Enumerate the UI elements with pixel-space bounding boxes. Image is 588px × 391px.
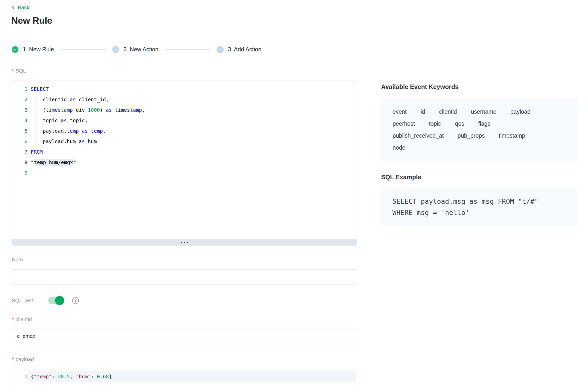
code-text: "temp_hum/emqx" xyxy=(31,159,76,165)
sql-editor-lines: 1SELECT2 clientid as client_id,3 (timest… xyxy=(12,84,357,178)
line-number: 1 xyxy=(12,84,27,94)
code-text: clientid as client_id, xyxy=(31,97,109,102)
sql-field-label: * SQL xyxy=(12,68,26,74)
line-number: 3 xyxy=(12,105,27,115)
code-line[interactable]: 9 xyxy=(12,168,357,178)
code-text: payload.hum as hum xyxy=(31,138,97,144)
line-number: 5 xyxy=(12,126,27,136)
chevron-left-icon xyxy=(11,5,15,10)
code-line[interactable]: 4 topic as topic, xyxy=(12,115,357,126)
keyword-row: peerhosttopicqosflags xyxy=(393,120,571,132)
keyword-row: eventidclientidusernamepayload xyxy=(393,108,571,120)
step-label: 2. New Action xyxy=(123,46,158,53)
event-keyword: node xyxy=(393,144,405,151)
event-keyword: timestamp xyxy=(499,132,525,139)
code-text: (timestamp div 1000) as timestamp, xyxy=(31,107,145,113)
clientid-input[interactable] xyxy=(12,328,357,344)
event-keyword: peerhost xyxy=(393,120,415,127)
code-line[interactable]: 8"temp_hum/emqx" xyxy=(12,157,357,168)
step-todo-check-icon xyxy=(217,46,224,53)
step-done-check-icon xyxy=(12,46,18,53)
code-line[interactable]: 5 payload.temp as temp, xyxy=(12,126,357,136)
note-input[interactable] xyxy=(12,269,357,285)
help-icon[interactable]: ? xyxy=(72,297,79,304)
event-keyword: flags xyxy=(478,120,490,127)
line-number: 1 xyxy=(12,371,27,382)
code-text: {"temp": 28.5, "hum": 0.68} xyxy=(31,374,112,380)
line-number: 4 xyxy=(12,115,27,126)
event-keyword: topic xyxy=(429,120,441,127)
sql-test-toggle[interactable] xyxy=(48,297,64,304)
line-number: 8 xyxy=(12,157,27,168)
sql-test-row: SQL Test: ? xyxy=(12,296,79,305)
code-line[interactable]: 1{"temp": 28.5, "hum": 0.68} xyxy=(12,371,357,382)
line-number: 6 xyxy=(12,136,27,147)
line-number: 7 xyxy=(12,147,27,157)
step-connector xyxy=(165,49,210,50)
event-keyword: payload xyxy=(510,108,531,115)
event-keyword: publish_received_at xyxy=(393,132,444,139)
code-text: FROM xyxy=(31,149,43,155)
line-number: 9 xyxy=(12,168,27,178)
note-field-label: Note xyxy=(12,257,23,263)
step-connector xyxy=(60,49,106,50)
code-line[interactable]: 1SELECT xyxy=(12,84,357,94)
resize-dots-icon xyxy=(184,242,185,243)
code-text: SELECT xyxy=(31,86,49,92)
resize-dots-icon xyxy=(187,242,188,243)
sql-code-editor[interactable]: 1SELECT2 clientid as client_id,3 (timest… xyxy=(12,81,357,246)
step-todo-check-icon xyxy=(112,46,119,53)
step-label: 1. New Rule xyxy=(23,46,54,53)
code-text: payload.temp as temp, xyxy=(31,128,106,134)
editor-resize-handle[interactable] xyxy=(12,239,357,245)
event-keyword: pub_props xyxy=(458,132,485,139)
keyword-row: node xyxy=(393,144,571,156)
resize-dots-icon xyxy=(181,242,182,243)
step-new-rule[interactable]: 1. New Rule xyxy=(12,46,54,53)
keywords-card: eventidclientidusernamepayloadpeerhostto… xyxy=(381,98,578,162)
step-add-action[interactable]: 3. Add Action xyxy=(217,46,261,53)
required-asterisk: * xyxy=(12,356,14,362)
clientid-field-label: * clientid xyxy=(12,316,32,322)
line-number: 2 xyxy=(12,94,27,105)
toggle-knob xyxy=(55,296,64,305)
code-line[interactable]: 2 clientid as client_id, xyxy=(12,94,357,105)
back-link[interactable]: Back xyxy=(11,4,29,10)
sql-example-title: SQL Example xyxy=(381,174,421,181)
event-keyword: event xyxy=(393,108,407,115)
code-line[interactable]: 6 payload.hum as hum xyxy=(12,136,357,147)
step-indicator: 1. New Rule 2. New Action 3. Add Action xyxy=(12,46,261,53)
event-keyword: username xyxy=(471,108,496,115)
step-new-action[interactable]: 2. New Action xyxy=(112,46,158,53)
code-line[interactable]: 7FROM xyxy=(12,147,357,157)
code-line[interactable]: 3 (timestamp div 1000) as timestamp, xyxy=(12,105,357,115)
required-asterisk: * xyxy=(12,316,14,322)
sql-example-line: SELECT payload.msg as msg FROM "t/#" xyxy=(392,196,578,207)
new-rule-page: Back New Rule 1. New Rule 2. New Action … xyxy=(0,0,588,391)
sql-example-line: WHERE msg = 'hello' xyxy=(392,207,578,218)
page-title: New Rule xyxy=(11,15,52,26)
payload-field-label: * payload xyxy=(12,356,34,362)
back-label: Back xyxy=(18,4,29,10)
event-keyword: qos xyxy=(455,120,464,127)
code-text: topic as topic, xyxy=(31,117,88,123)
event-keyword: clientid xyxy=(439,108,457,115)
sql-example-card: SELECT payload.msg as msg FROM "t/#"WHER… xyxy=(381,189,578,226)
keywords-title: Available Event Keywords xyxy=(381,83,458,91)
payload-editor-lines: 1{"temp": 28.5, "hum": 0.68} xyxy=(12,371,357,382)
step-label: 3. Add Action xyxy=(228,46,261,53)
required-asterisk: * xyxy=(12,68,14,74)
event-keyword: id xyxy=(421,108,425,115)
sql-test-label: SQL Test: xyxy=(12,297,34,303)
keyword-row: publish_received_atpub_propstimestamp xyxy=(393,132,571,144)
payload-code-editor[interactable]: 1{"temp": 28.5, "hum": 0.68} xyxy=(12,369,357,391)
